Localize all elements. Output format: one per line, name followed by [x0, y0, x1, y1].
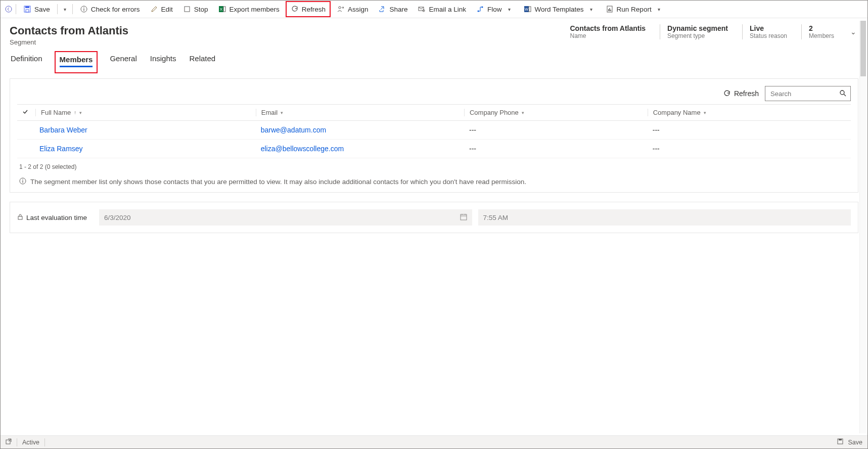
save-icon [23, 5, 31, 13]
chevron-down-icon: ▾ [704, 110, 706, 115]
tab-related[interactable]: Related [188, 51, 216, 73]
flow-icon [476, 5, 484, 13]
contact-link[interactable]: Barbara Weber [39, 126, 87, 134]
summary-name-label: Name [570, 32, 646, 39]
share-label: Share [389, 6, 407, 13]
evaluation-panel: Last evaluation time 6/3/2020 7:55 AM [10, 202, 858, 233]
flow-label: Flow [487, 6, 502, 13]
toolbar-separator [72, 4, 73, 14]
stop-icon [183, 5, 191, 13]
refresh-label: Refresh [302, 6, 326, 13]
export-members-button[interactable]: X Export members [214, 1, 284, 17]
chevron-down-icon: ▾ [587, 7, 596, 12]
excel-icon: X [218, 5, 226, 13]
statusbar-save-button[interactable]: Save [848, 439, 863, 446]
vertical-scrollbar[interactable] [859, 21, 866, 433]
grid-refresh-button[interactable]: Refresh [723, 89, 759, 98]
last-evaluation-label: Last evaluation time [26, 214, 87, 221]
run-report-button[interactable]: Run Report ▾ [602, 1, 667, 17]
evaluation-time-value: 7:55 AM [483, 214, 509, 221]
col-header-email[interactable]: Email ▾ [251, 105, 459, 121]
record-state: Active [22, 439, 39, 446]
svg-rect-3 [26, 10, 29, 12]
svg-line-24 [844, 94, 846, 96]
svg-rect-26 [22, 179, 23, 179]
stop-button[interactable]: Stop [179, 1, 212, 17]
grid-footer-count: 1 - 2 of 2 (0 selected) [17, 158, 851, 172]
summary-type-label: Segment type [667, 32, 728, 39]
email-link[interactable]: eliza@bellowscollege.com [261, 145, 344, 153]
tab-insights[interactable]: Insights [149, 51, 177, 73]
chevron-down-icon: ▾ [79, 110, 82, 115]
email-link[interactable]: barwe@adatum.com [261, 126, 326, 134]
chevron-down-icon: ▾ [281, 110, 283, 115]
cell-company-phone: --- [469, 145, 476, 153]
popout-icon[interactable] [6, 438, 12, 446]
tab-general[interactable]: General [109, 51, 138, 73]
email-icon [418, 5, 426, 13]
evaluation-date-value: 6/3/2020 [104, 214, 131, 221]
refresh-icon [291, 5, 299, 13]
lock-icon [17, 214, 23, 221]
page-title: Contacts from Atlantis [10, 24, 128, 37]
table-row[interactable]: Eliza Ramsey eliza@bellowscollege.com --… [17, 140, 851, 158]
summary-members-label: Members [809, 32, 834, 39]
table-row[interactable]: Barbara Weber barwe@adatum.com --- --- [17, 121, 851, 140]
word-templates-button[interactable]: W Word Templates ▾ [520, 1, 600, 17]
refresh-icon [723, 89, 731, 98]
pencil-icon [150, 5, 158, 13]
refresh-button[interactable]: Refresh [286, 1, 331, 17]
search-icon[interactable] [839, 89, 846, 98]
tab-definition[interactable]: Definition [10, 51, 43, 73]
save-options-chevron[interactable]: ▾ [61, 7, 69, 12]
export-members-label: Export members [230, 6, 280, 13]
summary-status-label: Status reason [750, 32, 787, 39]
summary-status-value: Live [750, 24, 787, 32]
toolbar-separator [16, 4, 16, 14]
svg-point-23 [840, 91, 844, 95]
assign-button[interactable]: Assign [333, 1, 373, 17]
sort-asc-icon: ↑ [74, 110, 76, 115]
col-header-fullname[interactable]: Full Name ↑ ▾ [17, 105, 251, 121]
info-message: The segment member list only shows those… [17, 172, 851, 187]
assign-label: Assign [348, 6, 369, 13]
cell-company-name: --- [653, 145, 660, 153]
summary-name-value: Contacts from Atlantis [570, 24, 646, 32]
svg-rect-6 [83, 9, 84, 11]
summary-type-value: Dynamic segment [667, 24, 728, 32]
svg-point-11 [339, 7, 341, 9]
calendar-icon [460, 213, 467, 222]
svg-rect-21 [609, 8, 610, 11]
record-header: Contacts from Atlantis Segment Contacts … [1, 18, 867, 48]
search-input[interactable] [769, 89, 830, 98]
col-header-company-phone[interactable]: Company Phone ▾ [459, 105, 643, 121]
tab-members[interactable]: Members [59, 52, 94, 72]
cell-company-phone: --- [469, 126, 476, 134]
share-button[interactable]: Share [374, 1, 412, 17]
scrollbar-thumb[interactable] [860, 21, 866, 76]
save-button[interactable]: Save [19, 1, 54, 17]
entity-type-label: Segment [10, 38, 128, 46]
svg-rect-7 [185, 7, 190, 12]
info-text: The segment member list only shows those… [30, 178, 526, 186]
tab-strip: Definition Members General Insights Rela… [1, 48, 867, 73]
check-errors-button[interactable]: Check for errors [76, 1, 144, 17]
header-expand-chevron[interactable]: ⌄ [848, 26, 858, 38]
statusbar-separator [17, 438, 17, 446]
chevron-down-icon: ▾ [505, 7, 514, 12]
flow-button[interactable]: Flow ▾ [472, 1, 518, 17]
chevron-down-icon: ▾ [522, 110, 524, 115]
back-indicator-icon[interactable] [5, 5, 13, 13]
run-report-label: Run Report [617, 6, 652, 13]
svg-rect-22 [610, 10, 611, 11]
svg-text:W: W [525, 8, 528, 11]
search-input-wrapper[interactable] [765, 86, 851, 101]
cell-company-name: --- [653, 126, 660, 134]
col-header-company-name[interactable]: Company Name ▾ [643, 105, 851, 121]
summary-members-value: 2 [809, 24, 834, 32]
toolbar-separator [57, 4, 58, 14]
contact-link[interactable]: Eliza Ramsey [39, 145, 83, 153]
edit-button[interactable]: Edit [146, 1, 177, 17]
email-link-button[interactable]: Email a Link [414, 1, 470, 17]
share-icon [378, 5, 386, 13]
